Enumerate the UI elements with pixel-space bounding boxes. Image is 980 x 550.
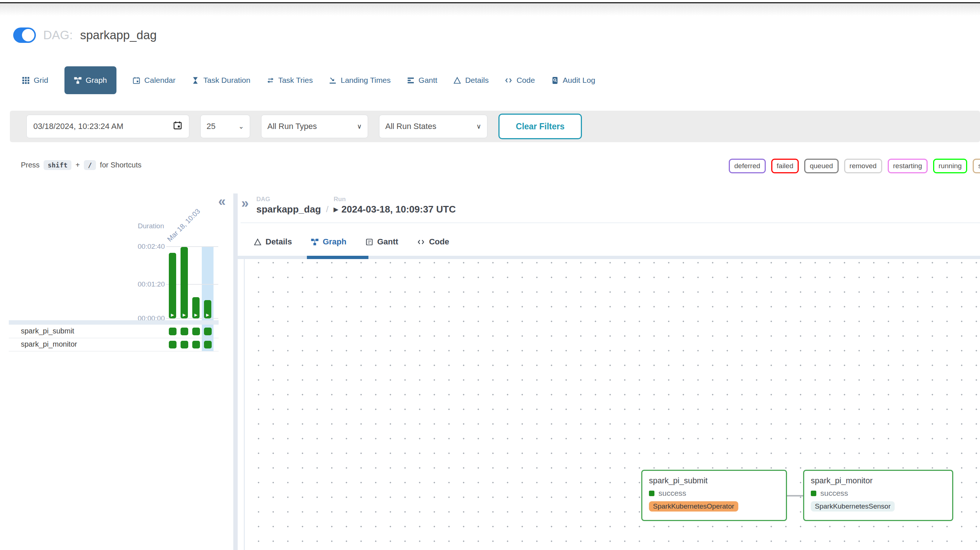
breadcrumb-run-label: Run [334,196,456,203]
task-instance-success[interactable] [204,328,212,335]
task-instance-success[interactable] [181,341,188,349]
plus-sign: + [75,161,80,169]
nav-tab-landing-times[interactable]: Landing Times [329,76,391,84]
task-instance-success[interactable] [204,341,212,349]
breadcrumb-divider-line [240,222,980,223]
task-node-title: spark_pi_monitor [811,476,946,486]
run-column-label[interactable]: Mar 18, 10:03 [165,207,201,243]
task-name-spark_pi_monitor[interactable]: spark_pi_monitor [21,340,77,349]
graph-icon [311,238,318,246]
nav-tab-task-duration[interactable]: Task Duration [191,76,250,84]
chevron-down-icon: ∨ [476,123,481,131]
play-icon: ▶ [169,312,176,317]
dag-run-bar[interactable]: ▶ [169,253,176,319]
dag-run-bar[interactable]: ▶ [204,300,211,319]
nav-tab-grid[interactable]: Grid [22,76,48,84]
state-badge-deferred[interactable]: deferred [729,159,766,173]
nav-tab-graph[interactable]: Graph [64,66,116,94]
nav-tab-gantt[interactable]: Gantt [407,76,437,84]
nav-tab-label: Audit Log [563,76,595,84]
row-divider [9,351,219,351]
run-tab-graph[interactable]: Graph [311,237,347,247]
calendar-icon[interactable] [173,121,182,132]
play-icon: ▶ [204,312,211,317]
filter-bar: 03/18/2024, 10:23:24 AM 25 ⌄ All Run Typ… [10,111,980,142]
selected-run-column-highlight [202,246,213,351]
state-badge-failed[interactable]: failed [771,159,799,173]
run-types-value: All Run Types [267,122,317,131]
breadcrumb-separator: / [326,204,328,215]
gantt-bars-icon [407,77,415,84]
nav-tab-label: Details [465,76,488,84]
state-badge-scheduled[interactable]: scheduled [973,159,980,173]
run-types-select[interactable]: All Run Types ∨ [261,115,368,138]
play-icon: ▶ [192,312,200,317]
task-instance-success[interactable] [181,328,188,335]
run-tab-label: Code [429,237,449,247]
task-instance-success[interactable] [192,341,200,349]
y-axis-tick: 00:02:40 [127,242,165,250]
play-icon: ▶ [181,312,188,317]
run-tab-details[interactable]: Details [254,237,292,247]
run-tab-code[interactable]: Code [417,237,449,247]
base-date-value: 03/18/2024, 10:23:24 AM [33,122,123,131]
task-name-spark_pi_submit[interactable]: spark_pi_submit [21,327,74,335]
hourglass-icon [191,77,199,84]
task-instance-success[interactable] [169,328,177,335]
state-badge-running[interactable]: running [933,159,967,173]
run-states-value: All Run States [385,122,436,131]
breadcrumb-dag-value[interactable]: sparkapp_dag [256,204,321,215]
expand-panel-icon[interactable]: » [241,197,249,210]
page-size-select[interactable]: 25 ⌄ [200,115,250,138]
airflow-dag-page: DAG: sparkapp_dag GridGraphCalendarTask … [0,0,980,550]
success-state-icon [811,491,816,496]
nav-tab-label: Task Duration [203,76,250,84]
nav-tab-label: Graph [86,76,107,84]
task-node-spark_pi_submit[interactable]: spark_pi_submitsuccessSparkKubernetesOpe… [641,470,787,521]
nav-tab-task-tries[interactable]: Task Tries [267,76,313,84]
task-node-title: spark_pi_submit [649,476,779,486]
nav-tab-code[interactable]: Code [505,76,535,84]
nav-tab-audit-log[interactable]: Audit Log [551,76,595,84]
run-states-select[interactable]: All Run States ∨ [379,115,487,138]
task-node-spark_pi_monitor[interactable]: spark_pi_monitorsuccessSparkKubernetesSe… [803,470,953,521]
task-instance-success[interactable] [192,328,200,335]
shortcuts-suffix: for Shortcuts [100,161,142,169]
triangle-icon [453,77,461,84]
nav-tab-details[interactable]: Details [453,76,488,84]
page-size-value: 25 [207,122,215,131]
audit-icon [551,77,559,84]
y-axis-tick: 00:01:20 [127,280,165,289]
base-date-input[interactable]: 03/18/2024, 10:23:24 AM [26,115,189,138]
slash-key: / [84,160,96,170]
breadcrumb-dag: DAG sparkapp_dag [256,196,321,215]
task-instance-success[interactable] [169,341,177,349]
calendar-icon [132,77,140,84]
code-icon [505,77,512,84]
gantt-doc-icon [366,238,373,246]
dag-run-bar[interactable]: ▶ [181,247,188,319]
dag-pause-toggle[interactable] [13,27,36,43]
window-top-shadow [0,3,980,16]
task-edge [787,495,804,496]
state-badge-removed[interactable]: removed [844,159,882,173]
row-divider [9,338,219,338]
shift-key: shift [44,160,72,170]
dag-run-bar[interactable]: ▶ [192,297,200,319]
state-badge-restarting[interactable]: restarting [888,159,928,173]
run-tab-label: Graph [323,237,347,247]
run-tab-label: Gantt [377,237,398,247]
success-state-icon [649,491,654,496]
nav-tab-label: Calendar [144,76,175,84]
dag-label: DAG: [43,28,73,42]
nav-tab-calendar[interactable]: Calendar [132,76,175,84]
panel-divider[interactable] [233,193,238,550]
nav-tab-label: Gantt [418,76,437,84]
chevron-down-icon: ∨ [357,123,362,131]
collapse-grid-icon[interactable]: « [218,195,226,208]
clear-filters-button[interactable]: Clear Filters [498,113,582,139]
run-detail-tabs: DetailsGraphGanttCode [254,230,449,253]
breadcrumb-run-value[interactable]: ▶ 2024-03-18, 10:09:37 UTC [334,204,456,215]
run-tab-gantt[interactable]: Gantt [366,237,398,247]
state-badge-queued[interactable]: queued [804,159,838,173]
